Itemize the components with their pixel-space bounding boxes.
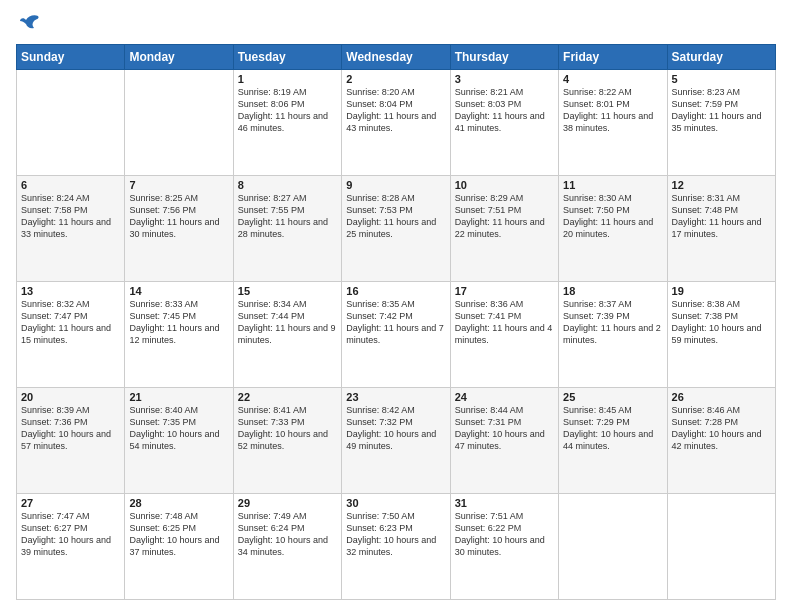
cell-details: Sunrise: 8:40 AMSunset: 7:35 PMDaylight:… xyxy=(129,405,219,451)
cell-details: Sunrise: 8:29 AMSunset: 7:51 PMDaylight:… xyxy=(455,193,545,239)
day-number: 6 xyxy=(21,179,120,191)
day-number: 1 xyxy=(238,73,337,85)
day-number: 19 xyxy=(672,285,771,297)
calendar-cell: 7Sunrise: 8:25 AMSunset: 7:56 PMDaylight… xyxy=(125,176,233,282)
col-header-monday: Monday xyxy=(125,45,233,70)
calendar-cell: 10Sunrise: 8:29 AMSunset: 7:51 PMDayligh… xyxy=(450,176,558,282)
day-number: 9 xyxy=(346,179,445,191)
calendar-cell: 25Sunrise: 8:45 AMSunset: 7:29 PMDayligh… xyxy=(559,388,667,494)
day-number: 22 xyxy=(238,391,337,403)
day-number: 7 xyxy=(129,179,228,191)
cell-details: Sunrise: 8:33 AMSunset: 7:45 PMDaylight:… xyxy=(129,299,219,345)
cell-details: Sunrise: 8:28 AMSunset: 7:53 PMDaylight:… xyxy=(346,193,436,239)
cell-details: Sunrise: 8:32 AMSunset: 7:47 PMDaylight:… xyxy=(21,299,111,345)
calendar-cell: 17Sunrise: 8:36 AMSunset: 7:41 PMDayligh… xyxy=(450,282,558,388)
day-number: 30 xyxy=(346,497,445,509)
day-number: 15 xyxy=(238,285,337,297)
day-number: 14 xyxy=(129,285,228,297)
logo-bird-icon xyxy=(18,12,42,36)
cell-details: Sunrise: 8:25 AMSunset: 7:56 PMDaylight:… xyxy=(129,193,219,239)
cell-details: Sunrise: 7:48 AMSunset: 6:25 PMDaylight:… xyxy=(129,511,219,557)
cell-details: Sunrise: 8:39 AMSunset: 7:36 PMDaylight:… xyxy=(21,405,111,451)
cell-details: Sunrise: 8:42 AMSunset: 7:32 PMDaylight:… xyxy=(346,405,436,451)
logo xyxy=(16,16,42,36)
cell-details: Sunrise: 8:34 AMSunset: 7:44 PMDaylight:… xyxy=(238,299,336,345)
calendar-cell: 8Sunrise: 8:27 AMSunset: 7:55 PMDaylight… xyxy=(233,176,341,282)
week-row-2: 6Sunrise: 8:24 AMSunset: 7:58 PMDaylight… xyxy=(17,176,776,282)
day-number: 27 xyxy=(21,497,120,509)
calendar-table: SundayMondayTuesdayWednesdayThursdayFrid… xyxy=(16,44,776,600)
calendar-cell: 1Sunrise: 8:19 AMSunset: 8:06 PMDaylight… xyxy=(233,70,341,176)
calendar-cell: 15Sunrise: 8:34 AMSunset: 7:44 PMDayligh… xyxy=(233,282,341,388)
cell-details: Sunrise: 8:37 AMSunset: 7:39 PMDaylight:… xyxy=(563,299,661,345)
calendar-cell xyxy=(667,494,775,600)
calendar-cell xyxy=(125,70,233,176)
week-row-3: 13Sunrise: 8:32 AMSunset: 7:47 PMDayligh… xyxy=(17,282,776,388)
calendar-cell: 30Sunrise: 7:50 AMSunset: 6:23 PMDayligh… xyxy=(342,494,450,600)
cell-details: Sunrise: 8:36 AMSunset: 7:41 PMDaylight:… xyxy=(455,299,553,345)
day-number: 29 xyxy=(238,497,337,509)
day-number: 5 xyxy=(672,73,771,85)
calendar-cell: 9Sunrise: 8:28 AMSunset: 7:53 PMDaylight… xyxy=(342,176,450,282)
calendar-cell: 28Sunrise: 7:48 AMSunset: 6:25 PMDayligh… xyxy=(125,494,233,600)
week-row-1: 1Sunrise: 8:19 AMSunset: 8:06 PMDaylight… xyxy=(17,70,776,176)
calendar-cell: 11Sunrise: 8:30 AMSunset: 7:50 PMDayligh… xyxy=(559,176,667,282)
calendar-cell: 18Sunrise: 8:37 AMSunset: 7:39 PMDayligh… xyxy=(559,282,667,388)
calendar-cell: 29Sunrise: 7:49 AMSunset: 6:24 PMDayligh… xyxy=(233,494,341,600)
day-number: 28 xyxy=(129,497,228,509)
day-number: 26 xyxy=(672,391,771,403)
cell-details: Sunrise: 7:47 AMSunset: 6:27 PMDaylight:… xyxy=(21,511,111,557)
calendar-cell: 20Sunrise: 8:39 AMSunset: 7:36 PMDayligh… xyxy=(17,388,125,494)
cell-details: Sunrise: 8:31 AMSunset: 7:48 PMDaylight:… xyxy=(672,193,762,239)
cell-details: Sunrise: 7:51 AMSunset: 6:22 PMDaylight:… xyxy=(455,511,545,557)
cell-details: Sunrise: 8:35 AMSunset: 7:42 PMDaylight:… xyxy=(346,299,444,345)
cell-details: Sunrise: 8:44 AMSunset: 7:31 PMDaylight:… xyxy=(455,405,545,451)
day-number: 20 xyxy=(21,391,120,403)
day-number: 2 xyxy=(346,73,445,85)
day-number: 16 xyxy=(346,285,445,297)
calendar-cell: 2Sunrise: 8:20 AMSunset: 8:04 PMDaylight… xyxy=(342,70,450,176)
calendar-cell: 23Sunrise: 8:42 AMSunset: 7:32 PMDayligh… xyxy=(342,388,450,494)
day-number: 11 xyxy=(563,179,662,191)
cell-details: Sunrise: 8:30 AMSunset: 7:50 PMDaylight:… xyxy=(563,193,653,239)
cell-details: Sunrise: 7:50 AMSunset: 6:23 PMDaylight:… xyxy=(346,511,436,557)
cell-details: Sunrise: 8:41 AMSunset: 7:33 PMDaylight:… xyxy=(238,405,328,451)
calendar-cell xyxy=(17,70,125,176)
calendar-cell: 31Sunrise: 7:51 AMSunset: 6:22 PMDayligh… xyxy=(450,494,558,600)
day-number: 10 xyxy=(455,179,554,191)
day-number: 24 xyxy=(455,391,554,403)
cell-details: Sunrise: 8:21 AMSunset: 8:03 PMDaylight:… xyxy=(455,87,545,133)
calendar-cell: 27Sunrise: 7:47 AMSunset: 6:27 PMDayligh… xyxy=(17,494,125,600)
header xyxy=(16,12,776,36)
col-header-sunday: Sunday xyxy=(17,45,125,70)
calendar-cell: 6Sunrise: 8:24 AMSunset: 7:58 PMDaylight… xyxy=(17,176,125,282)
day-number: 18 xyxy=(563,285,662,297)
cell-details: Sunrise: 8:45 AMSunset: 7:29 PMDaylight:… xyxy=(563,405,653,451)
col-header-wednesday: Wednesday xyxy=(342,45,450,70)
col-header-friday: Friday xyxy=(559,45,667,70)
day-number: 8 xyxy=(238,179,337,191)
cell-details: Sunrise: 8:24 AMSunset: 7:58 PMDaylight:… xyxy=(21,193,111,239)
calendar-cell: 21Sunrise: 8:40 AMSunset: 7:35 PMDayligh… xyxy=(125,388,233,494)
calendar-cell: 22Sunrise: 8:41 AMSunset: 7:33 PMDayligh… xyxy=(233,388,341,494)
week-row-5: 27Sunrise: 7:47 AMSunset: 6:27 PMDayligh… xyxy=(17,494,776,600)
calendar-cell xyxy=(559,494,667,600)
page: SundayMondayTuesdayWednesdayThursdayFrid… xyxy=(0,0,792,612)
day-number: 21 xyxy=(129,391,228,403)
day-number: 13 xyxy=(21,285,120,297)
day-number: 23 xyxy=(346,391,445,403)
cell-details: Sunrise: 8:27 AMSunset: 7:55 PMDaylight:… xyxy=(238,193,328,239)
day-number: 3 xyxy=(455,73,554,85)
calendar-cell: 16Sunrise: 8:35 AMSunset: 7:42 PMDayligh… xyxy=(342,282,450,388)
calendar-cell: 26Sunrise: 8:46 AMSunset: 7:28 PMDayligh… xyxy=(667,388,775,494)
cell-details: Sunrise: 7:49 AMSunset: 6:24 PMDaylight:… xyxy=(238,511,328,557)
header-row: SundayMondayTuesdayWednesdayThursdayFrid… xyxy=(17,45,776,70)
calendar-cell: 19Sunrise: 8:38 AMSunset: 7:38 PMDayligh… xyxy=(667,282,775,388)
cell-details: Sunrise: 8:19 AMSunset: 8:06 PMDaylight:… xyxy=(238,87,328,133)
calendar-cell: 5Sunrise: 8:23 AMSunset: 7:59 PMDaylight… xyxy=(667,70,775,176)
calendar-cell: 14Sunrise: 8:33 AMSunset: 7:45 PMDayligh… xyxy=(125,282,233,388)
cell-details: Sunrise: 8:38 AMSunset: 7:38 PMDaylight:… xyxy=(672,299,762,345)
day-number: 31 xyxy=(455,497,554,509)
col-header-thursday: Thursday xyxy=(450,45,558,70)
day-number: 17 xyxy=(455,285,554,297)
